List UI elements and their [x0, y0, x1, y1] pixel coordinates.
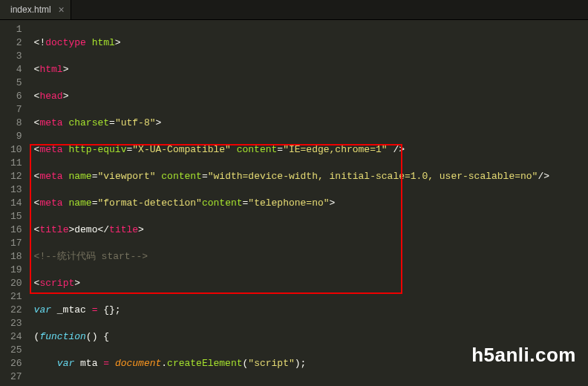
line-number: 21 [10, 290, 22, 304]
line-number: 17 [10, 237, 22, 250]
line-number: 9 [10, 130, 22, 143]
highlight-box [30, 144, 402, 294]
line-number: 26 [10, 357, 22, 370]
line-number: 13 [10, 183, 22, 197]
line-number: 8 [10, 117, 22, 130]
line-number: 19 [10, 264, 22, 277]
line-number: 24 [10, 330, 22, 344]
line-number: 25 [10, 344, 22, 357]
line-number: 7 [10, 103, 22, 117]
line-number: 15 [10, 210, 22, 223]
line-number: 6 [10, 90, 22, 103]
tab-index-html[interactable]: index.html × [0, 0, 71, 19]
close-icon[interactable]: × [59, 4, 65, 15]
line-number: 27 [10, 370, 22, 384]
line-number: 2 [10, 36, 22, 50]
code-area[interactable]: <!doctype html> <html> <head> <meta char… [30, 20, 588, 386]
line-number: 12 [10, 170, 22, 183]
line-number: 20 [10, 277, 22, 290]
tab-title: index.html [10, 4, 51, 15]
line-number-gutter: 1234567891011121314151617181920212223242… [0, 20, 30, 386]
line-number: 23 [10, 317, 22, 330]
line-number: 14 [10, 197, 22, 210]
line-number: 1 [10, 23, 22, 36]
line-number: 11 [10, 157, 22, 170]
line-number: 18 [10, 250, 22, 264]
editor: 1234567891011121314151617181920212223242… [0, 20, 588, 386]
line-number: 4 [10, 63, 22, 76]
line-number: 10 [10, 143, 22, 157]
line-number: 3 [10, 50, 22, 63]
line-number: 22 [10, 304, 22, 317]
line-number: 5 [10, 76, 22, 90]
tab-bar: index.html × [0, 0, 588, 20]
line-number: 16 [10, 223, 22, 237]
watermark: h5anli.com [471, 344, 576, 367]
